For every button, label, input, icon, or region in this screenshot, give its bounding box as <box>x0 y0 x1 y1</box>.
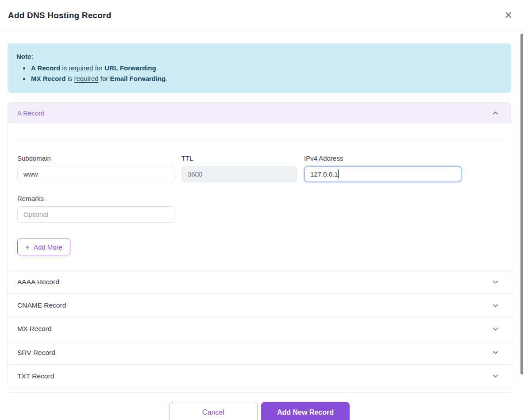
accordion-title-a-record: A Record <box>17 109 45 117</box>
add-more-button[interactable]: + Add More <box>17 239 70 255</box>
ipv4-label: IPv4 Address <box>304 154 462 162</box>
ipv4-input[interactable] <box>304 166 462 182</box>
scrollbar-track <box>520 31 524 378</box>
chevron-down-icon <box>491 372 500 380</box>
accordion-header-srv-record[interactable]: SRV Record <box>8 341 511 364</box>
remarks-input[interactable] <box>17 206 174 223</box>
accordion-title-aaaa-record: AAAA Record <box>17 278 59 286</box>
ttl-input <box>181 166 297 182</box>
accordion-title-mx-record: MX Record <box>17 325 52 333</box>
accordion-header-mx-record[interactable]: MX Record <box>8 317 511 340</box>
note-list: A Record is required for URL Forwarding.… <box>16 63 502 84</box>
dns-record-accordion: A Record Subdomain TTL IPv4 Address <box>8 102 511 388</box>
modal-footer: Cancel Add New Record <box>8 392 511 420</box>
accordion-header-cname-record[interactable]: CNAME Record <box>8 293 511 317</box>
accordion-header-a-record[interactable]: A Record <box>8 103 511 123</box>
note-label: Note: <box>16 51 502 62</box>
note-box: Note: A Record is required for URL Forwa… <box>8 43 511 93</box>
close-icon[interactable]: ✕ <box>503 9 514 22</box>
a-record-panel: Subdomain TTL IPv4 Address Rema <box>8 141 511 270</box>
accordion-header-txt-record[interactable]: TXT Record <box>8 364 511 388</box>
plus-icon: + <box>25 243 30 251</box>
text-cursor <box>338 170 339 178</box>
panel-divider <box>17 141 501 141</box>
accordion-title-cname-record: CNAME Record <box>17 301 66 309</box>
a-record-row-1: Subdomain TTL IPv4 Address <box>17 154 501 182</box>
chevron-up-icon <box>491 109 500 117</box>
cancel-button[interactable]: Cancel <box>169 402 258 420</box>
subdomain-label: Subdomain <box>17 154 174 162</box>
accordion-header-aaaa-record[interactable]: AAAA Record <box>8 270 511 293</box>
add-new-record-button[interactable]: Add New Record <box>261 402 350 420</box>
accordion-title-srv-record: SRV Record <box>17 349 55 357</box>
accordion-title-txt-record: TXT Record <box>17 372 54 380</box>
scrollbar-thumb[interactable] <box>520 34 523 374</box>
ttl-field-group: TTL <box>181 154 297 182</box>
chevron-down-icon <box>491 301 500 310</box>
chevron-down-icon <box>491 278 500 286</box>
subdomain-input[interactable] <box>17 166 174 182</box>
modal-header: Add DNS Hosting Record ✕ <box>0 0 524 31</box>
modal-body: Note: A Record is required for URL Forwa… <box>0 31 524 420</box>
subdomain-field-group: Subdomain <box>17 154 174 182</box>
chevron-down-icon <box>491 325 500 333</box>
remarks-label: Remarks <box>17 195 174 202</box>
a-record-row-2: Remarks <box>17 195 501 223</box>
add-more-label: Add More <box>34 243 62 251</box>
ipv4-field-group: IPv4 Address <box>304 154 462 182</box>
modal-title: Add DNS Hosting Record <box>8 11 111 20</box>
note-item-mx-record: MX Record is required for Email Forwardi… <box>30 73 502 84</box>
chevron-down-icon <box>491 348 500 357</box>
ttl-label: TTL <box>181 154 297 162</box>
remarks-field-group: Remarks <box>17 195 174 223</box>
note-item-a-record: A Record is required for URL Forwarding. <box>30 63 502 73</box>
